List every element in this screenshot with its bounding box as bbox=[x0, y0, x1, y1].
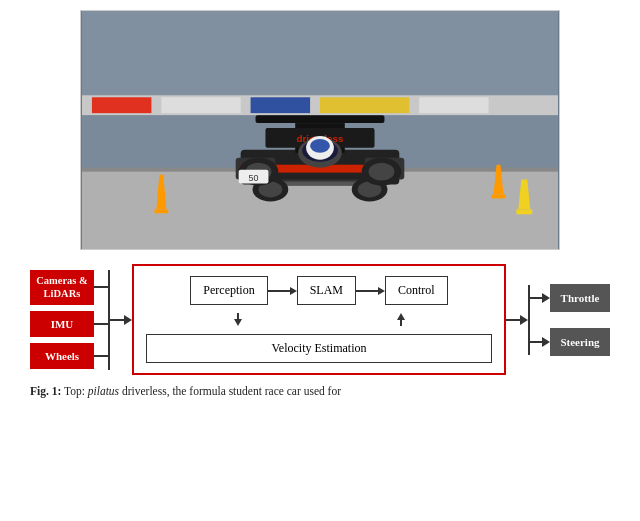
slam-up-line bbox=[400, 320, 402, 326]
slam-control-arrow bbox=[356, 287, 385, 295]
cameras-lidars-row: Cameras &LiDARs bbox=[30, 270, 108, 305]
inputs-section: Cameras &LiDARs IMU Wheels bbox=[30, 270, 132, 370]
steering-h-line bbox=[530, 341, 542, 343]
perception-slam-arrow bbox=[268, 287, 297, 295]
svg-rect-5 bbox=[251, 97, 310, 113]
page-container: dri<erless 50 bbox=[0, 0, 640, 521]
caption-label: Fig. 1: bbox=[30, 385, 61, 397]
out-h-line bbox=[506, 319, 520, 321]
cameras-lidars-box: Cameras &LiDARs bbox=[30, 270, 94, 305]
figure-caption: Fig. 1: Top: pilatus driverless, the for… bbox=[30, 383, 610, 400]
wheels-row: Wheels bbox=[30, 343, 108, 369]
svg-rect-19 bbox=[256, 115, 385, 123]
slam-up-arrow bbox=[397, 313, 405, 326]
throttle-h-line bbox=[530, 297, 542, 299]
velocity-connectors bbox=[146, 313, 492, 326]
svg-rect-3 bbox=[92, 97, 151, 113]
slam-up-head bbox=[397, 313, 405, 320]
race-car-photo: dri<erless 50 bbox=[80, 10, 560, 250]
caption-italic: pilatus bbox=[88, 385, 119, 397]
inputs-group: Cameras &LiDARs IMU Wheels bbox=[30, 270, 108, 370]
output-h-lines: Throttle Steering bbox=[530, 284, 610, 356]
s-c-arrow-line bbox=[356, 290, 378, 292]
cameras-h-line bbox=[94, 286, 108, 288]
imu-row: IMU bbox=[30, 311, 108, 337]
vertical-bracket bbox=[108, 270, 110, 370]
perception-box: Perception bbox=[190, 276, 267, 305]
perception-down-arrow bbox=[234, 313, 242, 326]
bracket-arrow-head bbox=[124, 315, 132, 325]
svg-marker-15 bbox=[516, 209, 532, 214]
imu-box: IMU bbox=[30, 311, 94, 337]
slam-to-control-group bbox=[356, 287, 385, 295]
p-s-arrow-head bbox=[290, 287, 297, 295]
pipeline-to-outputs-arrow bbox=[506, 315, 528, 325]
svg-rect-6 bbox=[320, 97, 409, 113]
svg-text:50: 50 bbox=[249, 173, 259, 183]
svg-marker-13 bbox=[492, 194, 506, 198]
bracket-to-pipeline bbox=[110, 315, 132, 325]
wheels-box: Wheels bbox=[30, 343, 94, 369]
throttle-arrow-row: Throttle bbox=[530, 284, 610, 312]
steering-arrow-row: Steering bbox=[530, 328, 610, 356]
p-s-arrow-line bbox=[268, 290, 290, 292]
velocity-row: Velocity Estimation bbox=[146, 334, 492, 363]
perception-to-slam-group bbox=[268, 287, 297, 295]
outputs-section: Throttle Steering bbox=[528, 284, 610, 356]
caption-rest: driverless, the formula student race car… bbox=[119, 385, 341, 397]
throttle-arrow-head bbox=[542, 293, 550, 303]
throttle-box: Throttle bbox=[550, 284, 610, 312]
svg-rect-4 bbox=[161, 97, 240, 113]
control-box: Control bbox=[385, 276, 448, 305]
caption-text: Top: bbox=[64, 385, 88, 397]
diagram-wrapper: Cameras &LiDARs IMU Wheels bbox=[30, 264, 610, 375]
perception-down-head bbox=[234, 319, 242, 326]
pipeline-box: Perception SLAM Control bbox=[132, 264, 506, 375]
slam-box: SLAM bbox=[297, 276, 356, 305]
wheels-h-line bbox=[94, 355, 108, 357]
bracket-h-line bbox=[110, 319, 124, 321]
svg-marker-11 bbox=[154, 209, 168, 213]
svg-point-37 bbox=[369, 163, 395, 181]
pipeline-top-row: Perception SLAM Control bbox=[146, 276, 492, 305]
s-c-arrow-head bbox=[378, 287, 385, 295]
svg-point-29 bbox=[310, 139, 330, 153]
imu-h-line bbox=[94, 323, 108, 325]
svg-rect-7 bbox=[419, 97, 488, 113]
out-arrow-head bbox=[520, 315, 528, 325]
steering-box: Steering bbox=[550, 328, 610, 356]
steering-arrow-head bbox=[542, 337, 550, 347]
velocity-estimation-box: Velocity Estimation bbox=[146, 334, 492, 363]
